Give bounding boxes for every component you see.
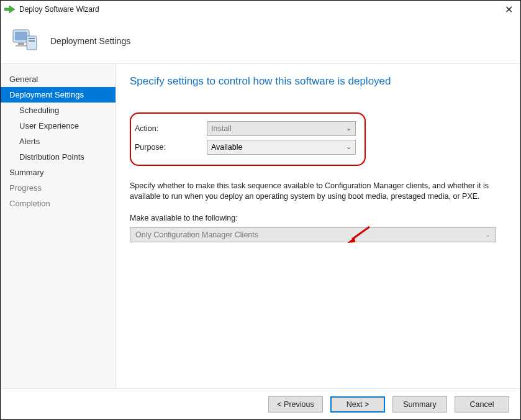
sidebar-item-scheduling[interactable]: Scheduling [1, 103, 116, 118]
action-value: Install [211, 124, 232, 133]
computer-icon [12, 27, 39, 55]
sidebar-item-alerts[interactable]: Alerts [1, 134, 116, 149]
svg-marker-0 [4, 6, 15, 13]
sidebar-item-summary[interactable]: Summary [1, 165, 116, 180]
make-available-select: Only Configuration Manager Clients ⌄ [130, 227, 496, 242]
chevron-down-icon: ⌄ [346, 143, 351, 151]
chevron-down-icon: ⌄ [346, 124, 351, 132]
purpose-select[interactable]: Available ⌄ [207, 140, 356, 155]
sidebar-item-deployment-settings[interactable]: Deployment Settings [1, 87, 116, 103]
titlebar: Deploy Software Wizard ✕ [1, 1, 520, 18]
sidebar-item-distribution-points[interactable]: Distribution Points [1, 149, 116, 165]
purpose-row: Purpose: Available ⌄ [135, 140, 356, 155]
action-row: Action: Install ⌄ [135, 121, 356, 136]
highlight-box: Action: Install ⌄ Purpose: Available ⌄ [130, 112, 366, 166]
header-subtitle: Deployment Settings [50, 36, 130, 46]
body: General Deployment Settings Scheduling U… [1, 64, 520, 388]
action-label: Action: [135, 124, 207, 133]
make-available-value: Only Configuration Manager Clients [135, 231, 258, 239]
make-available-wrap: Only Configuration Manager Clients ⌄ [130, 227, 503, 242]
page-heading: Specify settings to control how this sof… [130, 75, 503, 88]
wizard-window: Deploy Software Wizard ✕ Deployment Sett… [0, 0, 521, 420]
chevron-down-icon: ⌄ [485, 231, 491, 239]
next-button[interactable]: Next > [330, 396, 385, 413]
summary-button[interactable]: Summary [392, 396, 447, 413]
make-available-label: Make available to the following: [130, 213, 503, 224]
sidebar-item-user-experience[interactable]: User Experience [1, 118, 116, 134]
window-title: Deploy Software Wizard [19, 5, 99, 14]
purpose-label: Purpose: [135, 143, 207, 152]
wizard-arrow-icon [4, 5, 16, 14]
sidebar-item-general[interactable]: General [1, 71, 116, 87]
main-content: Specify settings to control how this sof… [116, 64, 520, 388]
header-strip: Deployment Settings [1, 18, 520, 64]
previous-button[interactable]: < Previous [268, 396, 323, 413]
svg-rect-6 [29, 38, 35, 39]
svg-rect-2 [15, 32, 27, 40]
info-text: Specify whether to make this task sequen… [130, 181, 503, 202]
sidebar: General Deployment Settings Scheduling U… [1, 64, 116, 388]
sidebar-item-completion: Completion [1, 196, 116, 211]
sidebar-item-progress: Progress [1, 180, 116, 196]
svg-rect-3 [18, 43, 24, 45]
svg-rect-4 [16, 45, 27, 47]
action-select: Install ⌄ [207, 121, 356, 136]
footer: < Previous Next > Summary Cancel [1, 388, 520, 419]
purpose-value: Available [211, 143, 243, 152]
svg-rect-7 [29, 40, 35, 42]
cancel-button[interactable]: Cancel [455, 396, 509, 413]
close-icon[interactable]: ✕ [501, 4, 517, 16]
